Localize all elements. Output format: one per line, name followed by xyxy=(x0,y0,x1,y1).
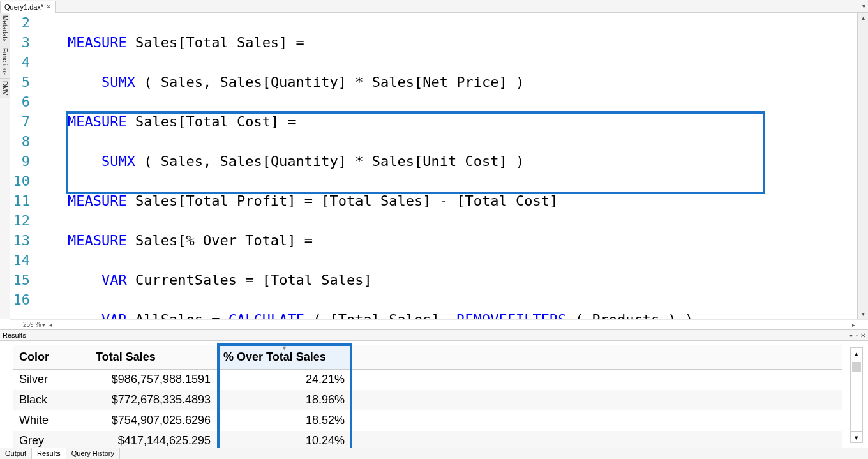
panel-dropdown-icon[interactable]: ▾ xyxy=(849,332,853,339)
side-tab-functions[interactable]: Functions xyxy=(0,45,10,79)
scroll-down-icon[interactable]: ▾ xyxy=(858,309,868,319)
code-line: MEASURE Sales[Total Profit] = [Total Sal… xyxy=(34,191,857,211)
zoom-dropdown-icon[interactable]: ▾ xyxy=(42,322,45,328)
scroll-up-icon[interactable]: ▴ xyxy=(851,348,862,359)
scroll-thumb[interactable] xyxy=(852,362,861,372)
file-tab[interactable]: Query1.dax* ✕ xyxy=(0,1,56,13)
file-tab-bar: Query1.dax* ✕ ▾ xyxy=(0,0,868,13)
close-icon[interactable]: ✕ xyxy=(46,3,51,10)
line-number-gutter: 2 3 4 5 6 7 8 9 10 11 12 13 14 15 16 xyxy=(10,13,34,319)
code-line: SUMX ( Sales, Sales[Quantity] * Sales[Ne… xyxy=(34,72,857,92)
table-header-row: Color Total Sales ▾ % Over Total Sales xyxy=(13,345,842,370)
column-header-total-sales[interactable]: Total Sales xyxy=(89,345,217,370)
sort-desc-icon: ▾ xyxy=(283,344,286,351)
side-tab-dmv[interactable]: DMV xyxy=(0,79,10,98)
code-line: VAR CurrentSales = [Total Sales] xyxy=(34,270,857,290)
bottom-tab-results[interactable]: Results xyxy=(32,448,66,459)
code-container[interactable]: 2 3 4 5 6 7 8 9 10 11 12 13 14 15 16 MEA… xyxy=(10,13,868,319)
code-line: MEASURE Sales[% Over Total] = xyxy=(34,230,857,250)
editor-zoom-bar: 259 % ▾ ◂ ▸ xyxy=(10,319,868,329)
code-line: MEASURE Sales[Total Cost] = xyxy=(34,112,857,132)
editor-vertical-scrollbar[interactable]: ▴ ▾ xyxy=(857,13,868,319)
code-line: MEASURE Sales[Total Sales] = xyxy=(34,33,857,52)
panel-close-icon[interactable]: ✕ xyxy=(860,332,865,339)
side-tabs: Metadata Functions DMV xyxy=(0,13,10,319)
table-row[interactable]: White $754,907,025.6296 18.52% xyxy=(13,410,842,431)
hscroll-right-icon[interactable]: ▸ xyxy=(852,322,855,328)
column-header-empty xyxy=(351,345,842,370)
file-tab-label: Query1.dax* xyxy=(4,3,43,11)
results-table: Color Total Sales ▾ % Over Total Sales S… xyxy=(13,345,842,451)
bottom-tab-bar: Output Results Query History xyxy=(0,448,868,459)
scroll-up-icon[interactable]: ▴ xyxy=(858,13,868,23)
column-header-color[interactable]: Color xyxy=(13,345,89,370)
table-row[interactable]: Silver $986,757,988.1591 24.21% xyxy=(13,370,842,390)
hscroll-left-icon[interactable]: ◂ xyxy=(49,322,52,328)
editor-area: Metadata Functions DMV 2 3 4 5 6 7 8 9 1… xyxy=(0,13,868,319)
results-panel-label: Results xyxy=(3,331,26,339)
tab-overflow-icon[interactable]: ▾ xyxy=(862,3,865,10)
code-line: VAR AllSales = CALCULATE ( [Total Sales]… xyxy=(34,310,857,319)
code-body[interactable]: MEASURE Sales[Total Sales] = SUMX ( Sale… xyxy=(34,13,857,319)
results-panel-body: Color Total Sales ▾ % Over Total Sales S… xyxy=(0,341,868,448)
bottom-tab-output[interactable]: Output xyxy=(0,448,32,459)
side-tab-metadata[interactable]: Metadata xyxy=(0,13,10,45)
code-line: SUMX ( Sales, Sales[Quantity] * Sales[Un… xyxy=(34,151,857,171)
table-row[interactable]: Black $772,678,335.4893 18.96% xyxy=(13,390,842,410)
column-header-pct[interactable]: ▾ % Over Total Sales xyxy=(217,345,351,370)
panel-pin-icon[interactable]: ▫ xyxy=(855,332,858,339)
results-vertical-scrollbar[interactable]: ▴ ▾ xyxy=(850,347,863,443)
results-panel-header: Results ▾ ▫ ✕ xyxy=(0,329,868,341)
zoom-level[interactable]: 259 % xyxy=(23,321,41,328)
bottom-tab-history[interactable]: Query History xyxy=(66,448,120,459)
scroll-down-icon[interactable]: ▾ xyxy=(851,431,862,442)
